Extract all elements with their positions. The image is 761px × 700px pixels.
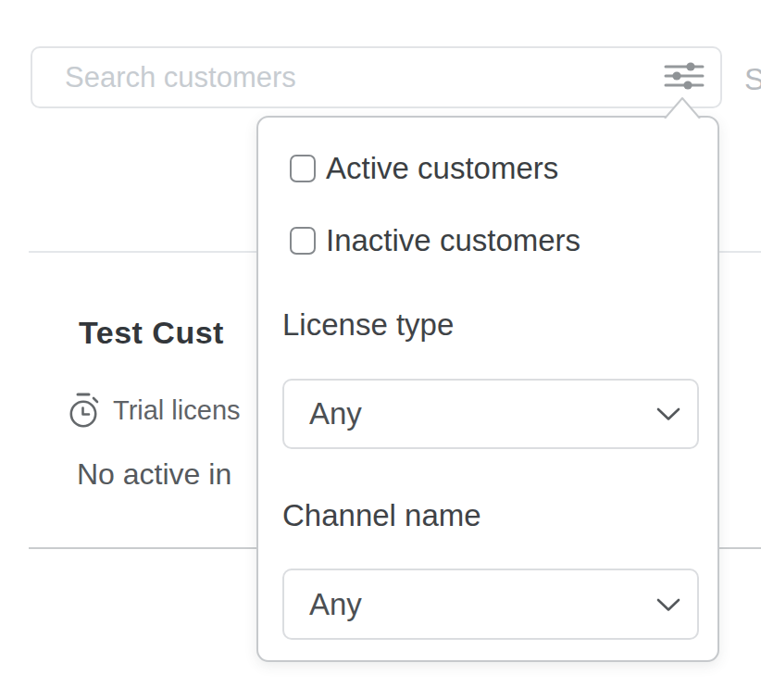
filter-popover: Active customers Inactive customers Lice… <box>256 116 719 662</box>
inactive-customers-label: Inactive customers <box>326 223 580 258</box>
customer-name: Test Cust <box>79 315 224 351</box>
license-type-text: Trial licens <box>113 395 241 426</box>
sort-label-truncated[interactable]: S <box>744 62 761 97</box>
chevron-down-icon <box>656 598 680 612</box>
active-customers-checkbox[interactable] <box>290 155 316 182</box>
search-box <box>31 46 722 108</box>
inactive-customers-checkbox[interactable] <box>290 227 316 255</box>
popover-caret-icon <box>662 93 703 119</box>
license-type-label: License type <box>282 306 454 344</box>
search-input[interactable] <box>32 48 720 106</box>
stopwatch-icon <box>69 392 100 429</box>
channel-name-select-value: Any <box>309 587 362 622</box>
license-type-select-value: Any <box>309 396 362 431</box>
channel-name-select[interactable]: Any <box>282 569 699 640</box>
license-type-select[interactable]: Any <box>282 379 699 449</box>
active-customers-row[interactable]: Active customers <box>290 155 558 182</box>
filter-sliders-icon[interactable] <box>664 62 705 90</box>
inactive-customers-row[interactable]: Inactive customers <box>290 227 580 255</box>
customers-page: S Test Cust Trial licens No active in Ac… <box>0 0 761 700</box>
customer-status-text: No active in <box>77 457 231 492</box>
channel-name-label: Channel name <box>282 497 481 534</box>
active-customers-label: Active customers <box>326 151 558 186</box>
chevron-down-icon <box>656 407 680 421</box>
